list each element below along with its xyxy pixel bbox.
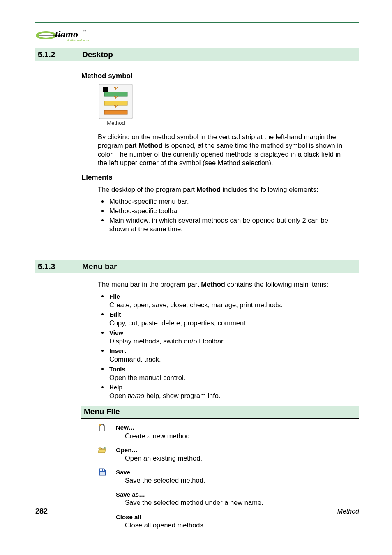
list-item: Help Open tiamo help, show program info. xyxy=(108,383,343,400)
page-number: 282 xyxy=(35,507,48,516)
svg-rect-9 xyxy=(104,101,127,105)
list-item: Method-specific menu bar. xyxy=(108,197,343,206)
file-menu-item-open: Open… Open an existing method. xyxy=(116,446,359,463)
method-symbol-description: By clicking on the method symbol in the … xyxy=(98,133,343,167)
svg-text:titration and more: titration and more xyxy=(67,39,89,42)
svg-rect-14 xyxy=(102,469,103,471)
elements-list: Method-specific menu bar. Method-specifi… xyxy=(108,197,343,233)
elements-heading: Elements xyxy=(81,173,359,182)
tiamo-logo-icon: tiamo ™ titration and more xyxy=(35,27,93,44)
brand-logo: tiamo ™ titration and more xyxy=(35,27,359,46)
no-icon xyxy=(98,491,107,499)
list-item: Method-specific toolbar. xyxy=(108,207,343,215)
menu-file-heading: Menu File xyxy=(81,406,359,419)
top-border-rule xyxy=(35,22,359,23)
svg-rect-13 xyxy=(100,469,104,471)
section-title: Desktop xyxy=(82,50,113,59)
list-item: Edit Copy, cut, paste, delete, propertie… xyxy=(108,310,343,327)
section-title: Menu bar xyxy=(82,262,117,271)
svg-text:Method: Method xyxy=(107,120,125,126)
method-symbol-image: Method xyxy=(99,84,359,129)
list-item: File Create, open, save, close, check, m… xyxy=(108,292,343,309)
list-item: Main window, in which several methods ca… xyxy=(108,216,343,233)
footer-part: Method xyxy=(337,508,359,515)
section-number: 5.1.3 xyxy=(38,262,82,271)
list-item: View Display methods, switch on/off tool… xyxy=(108,328,343,345)
list-item: Insert Command, track. xyxy=(108,346,343,364)
svg-rect-7 xyxy=(103,87,108,92)
list-item: Tools Open the manual control. xyxy=(108,365,343,382)
section-number: 5.1.2 xyxy=(38,50,82,59)
file-menu-item-save-as: Save as… Save the selected method under … xyxy=(116,491,359,507)
method-symbol-heading: Method symbol xyxy=(81,71,359,81)
section-heading-5-1-3: 5.1.3 Menu bar xyxy=(35,260,359,273)
elements-intro: The desktop of the program part Method i… xyxy=(98,185,343,194)
revision-bar xyxy=(354,396,355,412)
section-heading-5-1-2: 5.1.2 Desktop xyxy=(35,48,359,61)
save-floppy-icon xyxy=(98,468,107,477)
svg-rect-8 xyxy=(104,92,127,96)
file-menu-item-save: Save Save the selected method. xyxy=(116,468,359,485)
open-folder-icon xyxy=(98,446,107,454)
menubar-list: File Create, open, save, close, check, m… xyxy=(108,292,343,400)
svg-text:™: ™ xyxy=(83,30,86,33)
menubar-intro: The menu bar in the program part Method … xyxy=(98,280,343,289)
svg-text:tiamo: tiamo xyxy=(55,29,78,39)
svg-rect-10 xyxy=(104,110,127,114)
page-footer: 282 Method xyxy=(35,507,359,516)
new-file-icon xyxy=(98,424,107,432)
svg-rect-15 xyxy=(100,472,105,475)
file-menu-item-new: New… Create a new method. xyxy=(116,424,359,440)
